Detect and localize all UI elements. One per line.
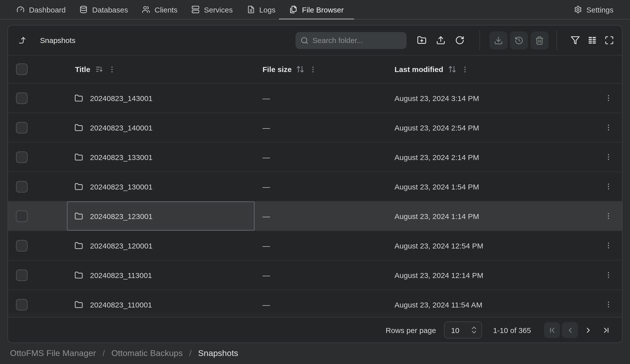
last-modified-value: August 23, 2024 2:14 PM [386, 142, 594, 172]
row-checkbox[interactable] [16, 210, 28, 222]
folder-icon [74, 94, 83, 102]
row-menu-button[interactable] [602, 210, 614, 222]
first-page-button[interactable] [544, 322, 560, 338]
database-icon [80, 6, 88, 14]
nav-item-dashboard[interactable]: Dashboard [10, 0, 73, 19]
title-cell[interactable]: 20240823_130001 [67, 172, 254, 201]
refresh-icon [455, 36, 464, 45]
filter-button[interactable] [569, 34, 581, 46]
upload-button[interactable] [434, 34, 446, 46]
row-checkbox[interactable] [16, 181, 28, 192]
rows-per-page-select[interactable]: 10 [444, 322, 482, 338]
sort-up-down-icon[interactable] [448, 65, 456, 74]
row-menu-button[interactable] [602, 240, 614, 252]
row-menu-button[interactable] [602, 151, 614, 163]
title-cell[interactable]: 20240823_110001 [67, 290, 254, 313]
table-row-highlighted[interactable]: 20240823_123001 — August 23, 2024 1:14 P… [8, 202, 622, 231]
table-row[interactable]: 20240823_133001 — August 23, 2024 2:14 P… [8, 142, 622, 172]
file-text-icon [247, 6, 255, 14]
file-size-value: — [254, 231, 386, 260]
rows-per-page-label: Rows per page [386, 326, 436, 334]
title-cell[interactable]: 20240823_133001 [67, 142, 254, 172]
nav-item-clients[interactable]: Clients [135, 0, 184, 19]
title-cell[interactable]: 20240823_140001 [67, 113, 254, 142]
table-row[interactable]: 20240823_113001 — August 23, 2024 12:14 … [8, 260, 622, 290]
pagination-bar: Rows per page 10 1-10 of 365 [8, 318, 622, 342]
row-menu-button[interactable] [602, 298, 614, 310]
file-size-value: — [254, 202, 386, 230]
column-menu-icon[interactable] [461, 65, 469, 73]
nav-item-logs[interactable]: Logs [240, 0, 282, 19]
nav-label: Services [204, 5, 233, 14]
gauge-icon [16, 6, 24, 14]
column-menu-icon[interactable] [309, 65, 317, 73]
table-header: Title File size Last modified [8, 56, 622, 84]
file-size-value: — [254, 260, 386, 290]
row-menu-button[interactable] [602, 269, 614, 281]
last-modified-value: August 23, 2024 11:54 AM [386, 290, 594, 313]
top-nav: Dashboard Databases Clients Services Log… [0, 0, 630, 20]
sort-up-down-icon[interactable] [296, 65, 305, 74]
last-modified-value: August 23, 2024 1:14 PM [386, 202, 594, 230]
table-row[interactable]: 20240823_120001 — August 23, 2024 12:54 … [8, 231, 622, 260]
nav-item-databases[interactable]: Databases [73, 0, 135, 19]
last-page-button[interactable] [598, 322, 614, 338]
chevron-up-down-icon [471, 326, 477, 334]
restore-button[interactable] [510, 31, 528, 49]
column-density-button[interactable] [586, 34, 598, 46]
select-all-checkbox[interactable] [16, 64, 28, 75]
row-checkbox[interactable] [16, 240, 28, 251]
breadcrumb-separator: / [189, 348, 192, 358]
column-menu-icon[interactable] [108, 65, 116, 73]
row-menu-button[interactable] [602, 122, 614, 134]
row-checkbox[interactable] [16, 299, 28, 310]
file-browser-panel: Snapshots [8, 25, 622, 343]
row-menu-button[interactable] [602, 92, 614, 104]
fullscreen-button[interactable] [603, 34, 615, 46]
table-row[interactable]: 20240823_140001 — August 23, 2024 2:54 P… [8, 113, 622, 142]
row-checkbox[interactable] [16, 151, 28, 163]
breadcrumb-parent[interactable]: Ottomatic Backups [111, 348, 182, 358]
table-row[interactable]: 20240823_110001 — August 23, 2024 11:54 … [8, 290, 622, 313]
search-icon [300, 36, 308, 44]
row-checkbox[interactable] [16, 92, 28, 104]
new-folder-button[interactable] [416, 34, 428, 46]
folder-name: 20240823_113001 [90, 271, 152, 279]
previous-page-button[interactable] [562, 322, 578, 338]
folder-icon [74, 182, 83, 191]
breadcrumb-root[interactable]: OttoFMS File Manager [10, 348, 96, 358]
server-icon [192, 6, 200, 14]
nav-item-file-browser[interactable]: File Browser [282, 0, 351, 19]
column-header-title: Title [75, 65, 90, 74]
sort-descending-icon[interactable] [95, 65, 103, 74]
folder-icon [74, 300, 83, 309]
row-menu-button[interactable] [602, 180, 614, 192]
next-page-button[interactable] [580, 322, 596, 338]
folder-icon [74, 212, 83, 220]
horizontal-scrollbar-gutter[interactable] [8, 313, 622, 318]
nav-item-settings[interactable]: Settings [567, 0, 620, 19]
delete-button[interactable] [530, 31, 548, 49]
toolbar-separator [556, 30, 557, 50]
column-header-last-modified: Last modified [394, 65, 443, 74]
folder-plus-icon [417, 36, 426, 45]
folder-name: 20240823_120001 [90, 241, 152, 250]
pagination-range: 1-10 of 365 [493, 326, 531, 334]
title-cell[interactable]: 20240823_120001 [67, 231, 254, 260]
folder-name: 20240823_143001 [90, 94, 152, 102]
title-cell-focused[interactable]: 20240823_123001 [67, 202, 254, 230]
title-cell[interactable]: 20240823_113001 [67, 260, 254, 290]
more-vertical-icon [604, 212, 612, 220]
table-body: 20240823_143001 — August 23, 2024 3:14 P… [8, 84, 622, 313]
title-cell[interactable]: 20240823_143001 [67, 84, 254, 112]
up-directory-button[interactable] [16, 34, 28, 46]
row-checkbox[interactable] [16, 122, 28, 133]
row-checkbox[interactable] [16, 269, 28, 281]
table-row[interactable]: 20240823_143001 — August 23, 2024 3:14 P… [8, 84, 622, 113]
nav-item-services[interactable]: Services [184, 0, 240, 19]
search-input[interactable] [312, 36, 402, 44]
search-box [296, 32, 406, 49]
refresh-button[interactable] [454, 34, 466, 46]
table-row[interactable]: 20240823_130001 — August 23, 2024 1:54 P… [8, 172, 622, 202]
download-button[interactable] [490, 31, 508, 49]
